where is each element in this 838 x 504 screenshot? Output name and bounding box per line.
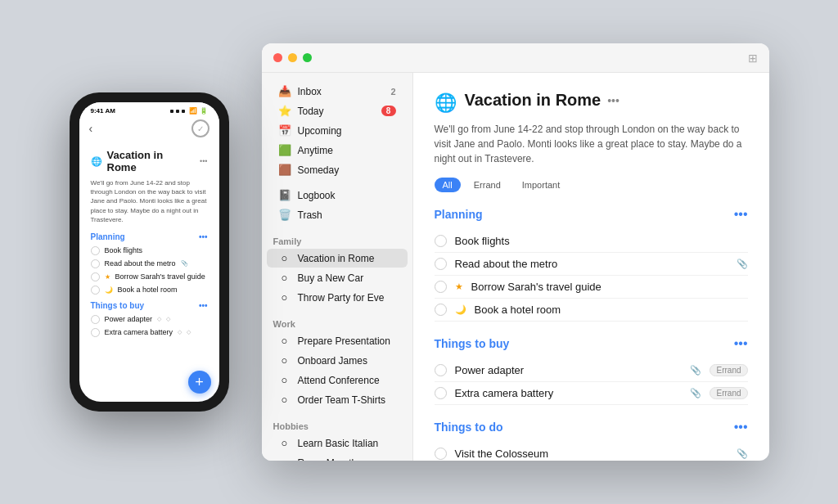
task-text: Read about the metro xyxy=(455,258,728,270)
sidebar-item-anytime[interactable]: 🟩 Anytime xyxy=(267,141,408,160)
sidebar-label-onboard-james: Onboard James xyxy=(298,355,396,367)
sidebar-item-inbox[interactable]: 📥 Inbox 2 xyxy=(267,82,408,101)
signal-dot xyxy=(182,110,185,113)
phone-checkbox[interactable] xyxy=(91,286,100,295)
list-icon: ○ xyxy=(278,374,291,386)
phone-task-item: 🌙 Book a hotel room xyxy=(91,286,208,295)
sidebar-item-someday[interactable]: 🟫 Someday xyxy=(267,160,408,179)
phone-task-more[interactable]: ••• xyxy=(200,157,207,165)
sidebar-item-vacation-rome[interactable]: ○ Vacation in Rome xyxy=(267,249,408,268)
sidebar-item-throw-party[interactable]: ○ Throw Party for Eve xyxy=(267,288,408,307)
phone-task-item: Extra camera battery ◇ ◇ xyxy=(91,328,208,337)
phone-task-item: Read about the metro 📎 xyxy=(91,259,208,268)
sidebar-label-learn-italian: Learn Basic Italian xyxy=(298,438,396,449)
task-text: Extra camera battery xyxy=(455,387,683,399)
signal-dot xyxy=(176,110,179,113)
hobbies-group-label: Hobbies xyxy=(262,415,412,433)
back-icon[interactable]: ‹ xyxy=(89,122,93,135)
phone-task-item: ★ Borrow Sarah's travel guide xyxy=(91,272,208,281)
filter-errand[interactable]: Errand xyxy=(466,178,509,192)
sidebar-label-today: Today xyxy=(298,106,375,117)
phone-task-item: Book flights xyxy=(91,246,208,255)
trash-icon: 🗑️ xyxy=(278,209,291,221)
main-content: 🌐 Vacation in Rome ••• We'll go from Jun… xyxy=(413,73,769,461)
sidebar-item-logbook[interactable]: 📓 Logbook xyxy=(267,186,408,205)
task-checkbox[interactable] xyxy=(435,387,447,399)
phone-item-text: Power adapter xyxy=(105,315,153,323)
sidebar-item-upcoming[interactable]: 📅 Upcoming xyxy=(267,121,408,140)
do-more-button[interactable]: ••• xyxy=(734,420,748,434)
sidebar-secondary-section: 📓 Logbook 🗑️ Trash xyxy=(262,185,412,225)
tag-icon: ◇ xyxy=(178,329,182,335)
sidebar-item-onboard-james[interactable]: ○ Onboard James xyxy=(267,351,408,370)
sidebar-item-order-tshirts[interactable]: ○ Order Team T-Shirts xyxy=(267,390,408,409)
sidebar-label-order-tshirts: Order Team T-Shirts xyxy=(298,394,396,406)
sidebar-item-learn-italian[interactable]: ○ Learn Basic Italian xyxy=(267,434,408,452)
sidebar-item-prepare-presentation[interactable]: ○ Prepare Presentation xyxy=(267,331,408,350)
phone-buy-section: Things to buy ••• xyxy=(91,301,208,310)
signal-dot xyxy=(170,110,173,113)
buy-section-title: Things to buy xyxy=(435,337,510,350)
task-header-title-row: Vacation in Rome ••• xyxy=(465,91,619,110)
task-more-menu[interactable]: ••• xyxy=(607,94,619,107)
sidebar-label-prepare-presentation: Prepare Presentation xyxy=(298,335,396,347)
phone-checkbox[interactable] xyxy=(91,272,100,281)
buy-more-button[interactable]: ••• xyxy=(734,336,748,351)
sidebar-item-run-marathon[interactable]: ○ Run a Marathon xyxy=(267,453,408,461)
work-group-label: Work xyxy=(262,313,412,331)
filter-important[interactable]: Important xyxy=(514,178,568,192)
task-checkbox[interactable] xyxy=(435,281,447,293)
sidebar-item-trash[interactable]: 🗑️ Trash xyxy=(267,205,408,224)
phone-task-title: Vacation in Rome xyxy=(107,149,196,173)
phone-time: 9:41 AM xyxy=(91,107,115,115)
task-checkbox[interactable] xyxy=(435,364,447,376)
phone-checkbox[interactable] xyxy=(91,315,100,324)
flag-icon: ★ xyxy=(105,273,110,281)
sidebar-work-group: Work ○ Prepare Presentation ○ Onboard Ja… xyxy=(262,313,412,410)
task-text: Visit the Colosseum xyxy=(455,448,728,460)
phone-buy-more[interactable]: ••• xyxy=(199,301,208,310)
maximize-button[interactable] xyxy=(303,53,312,62)
buy-section-header: Things to buy ••• xyxy=(435,336,748,351)
check-circle-icon[interactable]: ✓ xyxy=(191,119,210,137)
task-description: We'll go from June 14-22 and stop throug… xyxy=(435,122,748,166)
errand-tag: Errand xyxy=(710,364,747,376)
list-icon: ○ xyxy=(278,291,291,304)
phone-checkbox[interactable] xyxy=(91,259,100,268)
planning-more-button[interactable]: ••• xyxy=(734,207,748,222)
list-icon: ○ xyxy=(278,335,291,347)
phone-checkbox[interactable] xyxy=(91,246,100,255)
sidebar-item-today[interactable]: ⭐ Today 8 xyxy=(267,101,408,120)
minimize-button[interactable] xyxy=(288,53,297,62)
phone-content: 🌐 Vacation in Rome ••• We'll go from Jun… xyxy=(79,142,219,402)
sidebar-label-vacation-rome: Vacation in Rome xyxy=(298,253,396,264)
task-checkbox[interactable] xyxy=(435,235,447,247)
phone-item-text: Book a hotel room xyxy=(118,286,178,294)
moon-icon: 🌙 xyxy=(105,286,113,294)
sidebar-label-throw-party: Throw Party for Eve xyxy=(298,292,396,304)
phone-screen: 9:41 AM 📶 🔋 ‹ ✓ 🌐 Vacation in Rome xyxy=(79,102,219,402)
sidebar-label-inbox: Inbox xyxy=(298,86,385,97)
task-checkbox[interactable] xyxy=(435,304,447,316)
add-task-fab[interactable]: + xyxy=(188,371,211,394)
phone-checkbox[interactable] xyxy=(91,328,100,337)
list-icon: ○ xyxy=(278,272,291,284)
task-checkbox[interactable] xyxy=(435,448,447,460)
close-button[interactable] xyxy=(273,53,282,62)
phone-item-text: Extra camera battery xyxy=(105,328,173,336)
sidebar-label-logbook: Logbook xyxy=(298,190,396,201)
filter-all[interactable]: All xyxy=(435,178,461,192)
phone-planning-more[interactable]: ••• xyxy=(199,232,208,241)
phone-status-bar: 9:41 AM 📶 🔋 xyxy=(79,102,219,116)
sidebar-item-new-car[interactable]: ○ Buy a New Car xyxy=(267,268,408,287)
phone-device: 9:41 AM 📶 🔋 ‹ ✓ 🌐 Vacation in Rome xyxy=(70,92,229,412)
phone-item-text: Borrow Sarah's travel guide xyxy=(115,272,205,281)
sidebar-item-attend-conference[interactable]: ○ Attend Conference xyxy=(267,371,408,389)
phone-task-desc: We'll go from June 14-22 and stop throug… xyxy=(91,178,208,224)
scene: 9:41 AM 📶 🔋 ‹ ✓ 🌐 Vacation in Rome xyxy=(70,43,769,461)
task-text: Book flights xyxy=(455,235,748,247)
task-checkbox[interactable] xyxy=(435,258,447,270)
task-filters: All Errand Important xyxy=(435,178,748,192)
sidebar-main-section: 📥 Inbox 2 ⭐ Today 8 📅 Upcoming 🟩 xyxy=(262,81,412,180)
do-section-title: Things to do xyxy=(435,421,503,434)
